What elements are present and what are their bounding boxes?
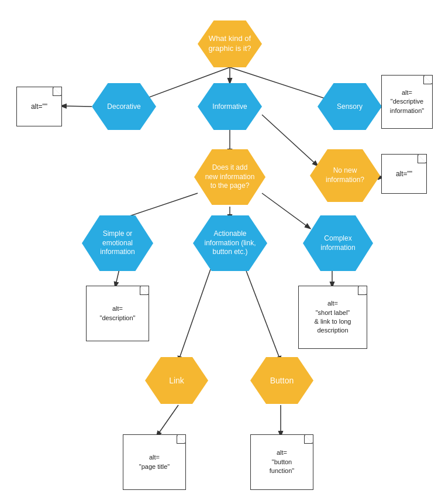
svg-line-14 xyxy=(246,269,281,361)
svg-line-11 xyxy=(115,269,119,287)
doc-simple: alt= "description" xyxy=(86,286,149,341)
decorative-node: Decorative xyxy=(92,83,156,130)
actionable-node: Actionable information (link, button etc… xyxy=(193,215,267,271)
svg-line-10 xyxy=(262,193,310,228)
informative-node: Informative xyxy=(198,83,262,130)
button-node: Button xyxy=(250,357,313,404)
simple-node: Simple or emotional information xyxy=(82,215,153,271)
sensory-node: Sensory xyxy=(318,83,382,130)
svg-line-15 xyxy=(157,405,178,436)
no-new-info-node: No new information? xyxy=(310,149,380,202)
adds-info-node: Does it add new information to the page? xyxy=(194,149,265,205)
complex-node: Complex information xyxy=(303,215,373,271)
doc-button: alt= "button function" xyxy=(250,434,313,490)
doc-link: alt= "page title" xyxy=(123,434,186,490)
doc-sensory: alt= "descriptive information" xyxy=(381,75,433,129)
svg-line-6 xyxy=(262,115,318,166)
doc-decorative: alt="" xyxy=(16,87,62,126)
svg-line-13 xyxy=(178,269,211,361)
link-node: Link xyxy=(145,357,208,404)
flowchart-diagram: What kind of graphic is it? Decorative I… xyxy=(0,0,445,504)
doc-complex: alt= "short label" & link to long descri… xyxy=(298,286,367,349)
doc-no-new-info: alt="" xyxy=(381,154,427,194)
root-node: What kind of graphic is it? xyxy=(198,20,262,67)
svg-line-3 xyxy=(61,106,92,107)
